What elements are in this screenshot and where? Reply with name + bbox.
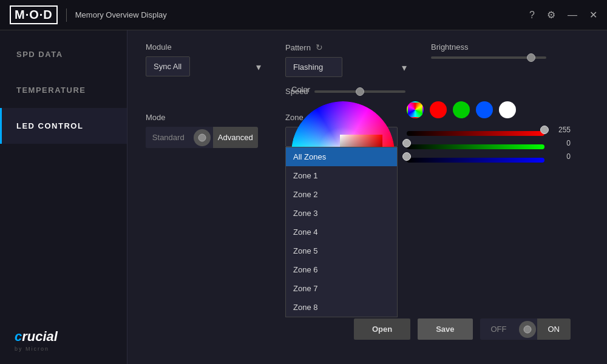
- red-slider-thumb: [540, 126, 549, 134]
- power-toggle-icon: [523, 325, 532, 334]
- crucial-brand: crucial: [15, 329, 112, 345]
- zone-option-1[interactable]: Zone 1: [286, 166, 397, 185]
- color-preset-white[interactable]: [499, 101, 516, 118]
- mode-toggle-switch[interactable]: [194, 129, 211, 146]
- zone-option-8[interactable]: Zone 8: [286, 298, 397, 317]
- module-select[interactable]: Sync All: [146, 56, 190, 76]
- color-preset-red[interactable]: [430, 101, 447, 118]
- color-right: 255: [407, 101, 571, 204]
- color-preset-green[interactable]: [453, 101, 470, 118]
- blue-slider-track-wrapper: [407, 154, 544, 159]
- green-slider-row: 0: [407, 139, 571, 147]
- red-slider-track-wrapper: [407, 127, 544, 132]
- zone-option-5[interactable]: Zone 5: [286, 241, 397, 260]
- on-off-toggle: OFF ON: [480, 318, 571, 340]
- mode-advanced-btn[interactable]: Advanced: [213, 127, 259, 148]
- mode-section: Mode Standard Advanced: [146, 113, 267, 148]
- zone-dropdown: All Zones Zone 1 Zone 2 Zone 3 Zone 4 Zo…: [285, 147, 398, 317]
- title-separator: [66, 8, 67, 22]
- pattern-label: Pattern: [285, 43, 311, 52]
- content-relative: Module Sync All Pattern ↻: [146, 42, 589, 352]
- sidebar: SPD DATA TEMPERATURE LED CONTROL crucial…: [0, 30, 127, 364]
- green-value: 0: [549, 139, 571, 147]
- app-logo: M·O·D: [10, 5, 58, 24]
- svg-point-4: [524, 326, 531, 333]
- help-icon[interactable]: ?: [529, 10, 535, 21]
- pattern-history-icon[interactable]: ↻: [316, 42, 323, 52]
- bottom-controls-row: Open Save OFF ON: [354, 318, 571, 340]
- zone-option-3[interactable]: Zone 3: [286, 204, 397, 223]
- color-title: Color: [291, 85, 571, 94]
- sidebar-item-temperature[interactable]: TEMPERATURE: [0, 72, 127, 108]
- color-preset-blue[interactable]: [476, 101, 493, 118]
- brightness-label: Brightness: [431, 42, 589, 52]
- app-title: Memory Overview Display: [75, 10, 167, 19]
- mode-label: Mode: [146, 113, 267, 122]
- blue-value: 0: [549, 152, 571, 161]
- color-presets: [407, 101, 571, 118]
- zone-option-7[interactable]: Zone 7: [286, 279, 397, 298]
- pattern-select[interactable]: Static Flashing Breathing Color Cycle Ra…: [285, 57, 342, 77]
- open-button[interactable]: Open: [354, 318, 410, 340]
- off-button[interactable]: OFF: [480, 318, 518, 340]
- sidebar-logo: crucial by Micron: [0, 317, 127, 364]
- red-slider-row: 255: [407, 126, 571, 134]
- module-label: Module: [146, 42, 267, 52]
- micron-tagline: by Micron: [15, 346, 112, 352]
- brightness-slider[interactable]: [431, 56, 546, 59]
- power-toggle-switch[interactable]: [519, 321, 536, 338]
- red-value: 255: [549, 126, 571, 134]
- color-preset-multi[interactable]: [407, 101, 424, 118]
- content-area: Module Sync All Pattern ↻: [127, 30, 607, 364]
- module-select-wrapper: Sync All: [146, 56, 267, 76]
- main-layout: SPD DATA TEMPERATURE LED CONTROL crucial…: [0, 30, 607, 364]
- settings-icon[interactable]: ⚙: [547, 9, 555, 21]
- sidebar-item-led-control[interactable]: LED CONTROL: [0, 108, 127, 144]
- blue-slider-thumb: [402, 152, 411, 161]
- save-button[interactable]: Save: [418, 318, 472, 340]
- brightness-slider-container: [431, 56, 589, 59]
- green-slider-track-wrapper: [407, 141, 544, 146]
- close-icon[interactable]: ✕: [589, 9, 597, 21]
- blue-slider-row: 0: [407, 152, 571, 161]
- rgb-sliders: 255: [407, 126, 571, 161]
- minimize-icon[interactable]: —: [568, 10, 577, 21]
- mode-standard-btn[interactable]: Standard: [146, 127, 191, 148]
- title-bar: M·O·D Memory Overview Display ? ⚙ — ✕: [0, 0, 607, 30]
- on-button[interactable]: ON: [537, 318, 571, 340]
- pattern-label-row: Pattern ↻: [285, 42, 413, 52]
- mode-toggle: Standard Advanced: [146, 127, 258, 148]
- sidebar-item-spd-data[interactable]: SPD DATA: [0, 36, 127, 72]
- toggle-icon: [198, 133, 206, 142]
- zone-option-2[interactable]: Zone 2: [286, 185, 397, 204]
- green-slider-thumb: [402, 139, 411, 147]
- svg-point-0: [198, 134, 206, 141]
- module-group: Module Sync All: [146, 42, 267, 96]
- zone-option-all[interactable]: All Zones: [286, 147, 397, 166]
- zone-option-6[interactable]: Zone 6: [286, 260, 397, 279]
- pattern-select-wrapper: Static Flashing Breathing Color Cycle Ra…: [285, 57, 413, 77]
- window-controls: ? ⚙ — ✕: [529, 9, 597, 21]
- zone-option-4[interactable]: Zone 4: [286, 223, 397, 241]
